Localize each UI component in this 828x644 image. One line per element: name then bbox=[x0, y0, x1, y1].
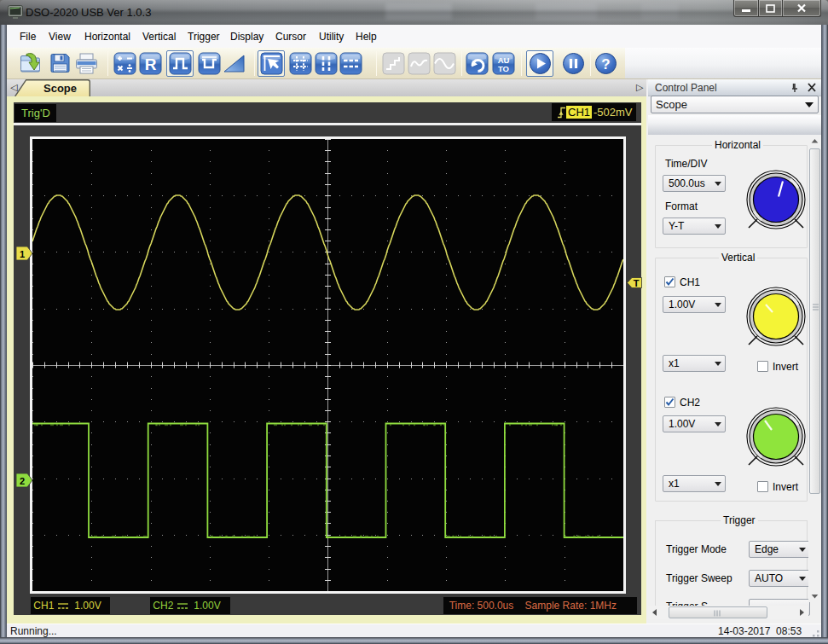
svg-text:?: ? bbox=[601, 56, 610, 73]
svg-text:T: T bbox=[634, 278, 640, 288]
svg-text:TO: TO bbox=[498, 64, 509, 73]
svg-text:R: R bbox=[145, 55, 157, 73]
svg-text:AU: AU bbox=[498, 55, 510, 65]
svg-text:1: 1 bbox=[20, 249, 25, 259]
svg-text:2: 2 bbox=[20, 476, 25, 486]
